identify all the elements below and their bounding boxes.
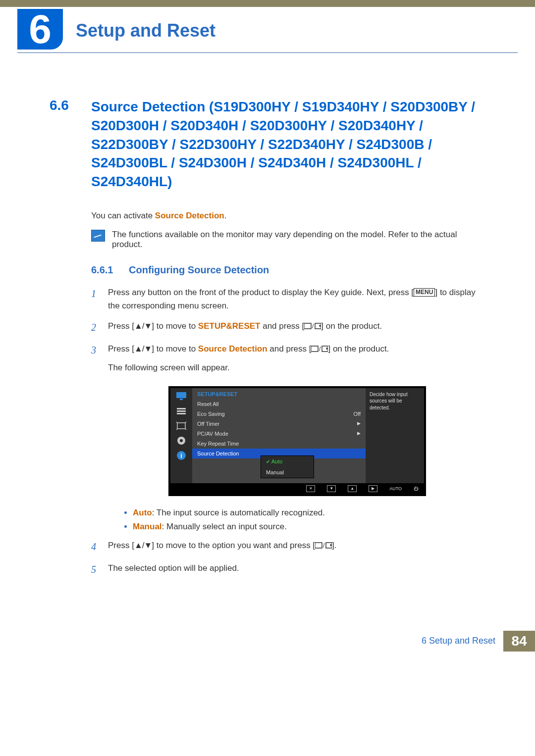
intro-suffix: .	[224, 211, 227, 220]
step-4: 4 Press [▲/▼] to move to the option you …	[91, 539, 485, 554]
text-frag: Press any button on the front of the pro…	[108, 288, 414, 297]
osd-row-label: PC/AV Mode	[197, 431, 228, 437]
note-row: The functions available on the monitor m…	[91, 230, 485, 250]
source-enter-key-icon: /	[315, 541, 332, 550]
bullet-text: : The input source is automatically reco…	[152, 508, 325, 517]
svg-text:i: i	[180, 452, 182, 459]
osd-main-panel: SETUP&RESET Reset All Eco SavingOff Off …	[192, 388, 366, 483]
osd-sidebar: i	[170, 388, 192, 483]
step-5: 5 The selected option will be applied.	[91, 561, 485, 577]
up-down-key-icon: ▲/▼	[134, 321, 152, 331]
osd-popup: Auto Manual	[261, 455, 314, 478]
page: 6 Setup and Reset 6.6 Source Detection (…	[0, 7, 535, 652]
svg-rect-16	[315, 543, 322, 548]
footer-page-number: 84	[503, 631, 535, 652]
svg-rect-3	[311, 346, 318, 352]
up-down-key-icon: ▲/▼	[134, 541, 152, 550]
bullet-text: : Manually select an input source.	[162, 522, 287, 531]
osd-row-value: ▶	[357, 421, 361, 427]
step-number: 5	[91, 561, 100, 577]
footer-chapter-label: 6 Setup and Reset	[422, 631, 503, 652]
step-number: 4	[91, 539, 100, 554]
chapter-title: Setup and Reset	[76, 20, 215, 41]
step-number: 1	[91, 286, 100, 312]
svg-text:/: /	[312, 323, 314, 330]
step-text: Press [▲/▼] to move to SETUP&RESET and p…	[108, 319, 382, 335]
osd-row-label: Key Repeat Time	[197, 441, 239, 447]
osd-power-icon: ⏻	[414, 486, 418, 491]
source-enter-key-icon: /	[311, 344, 328, 353]
osd-row: Reset All	[192, 399, 366, 409]
step-number: 3	[91, 342, 100, 374]
sliders-icon	[175, 406, 187, 416]
subsection-number: 6.6.1	[91, 264, 120, 276]
text-frag: Press [	[108, 344, 134, 353]
bullet-term: Manual	[133, 522, 162, 531]
osd-row-label: Off Timer	[197, 421, 219, 427]
page-footer: 6 Setup and Reset 84	[422, 631, 535, 652]
note-text: The functions available on the monitor m…	[112, 230, 485, 250]
bullet-term: Auto	[133, 508, 152, 517]
menu-key-icon: MENU	[414, 288, 435, 297]
svg-rect-6	[176, 392, 186, 398]
svg-point-13	[180, 439, 183, 442]
section-heading: 6.6 Source Detection (S19D300HY / S19D34…	[50, 98, 485, 191]
gear-icon	[175, 436, 187, 446]
step-1: 1 Press any button on the front of the p…	[91, 286, 485, 312]
text-frag: and press [	[268, 344, 312, 353]
svg-rect-11	[177, 423, 185, 429]
step-2: 2 Press [▲/▼] to move to SETUP&RESET and…	[91, 319, 485, 335]
osd-down-icon: ▼	[327, 485, 336, 492]
osd-info-panel: Decide how input sources will be detecte…	[366, 388, 424, 483]
section-title: Source Detection (S19D300HY / S19D340HY …	[91, 98, 485, 191]
text-frag: Press [	[108, 321, 134, 331]
osd-row-label: Reset All	[197, 401, 218, 407]
svg-rect-7	[180, 399, 183, 400]
osd-row-label: Eco Saving	[197, 411, 225, 417]
svg-rect-10	[177, 413, 186, 414]
step-text: The selected option will be applied.	[108, 561, 239, 577]
osd-row: Eco SavingOff	[192, 409, 366, 419]
step-number: 2	[91, 319, 100, 335]
note-icon	[91, 230, 105, 242]
subsection-heading: 6.6.1 Configuring Source Detection	[91, 264, 485, 276]
resize-icon	[175, 421, 187, 431]
text-frag: ].	[332, 541, 336, 550]
osd-row: PC/AV Mode▶	[192, 429, 366, 439]
svg-rect-0	[304, 323, 311, 329]
osd-row: Key Repeat Time	[192, 439, 366, 449]
osd-close-icon: ✕	[306, 485, 315, 492]
info-icon: i	[175, 451, 187, 460]
bullet-manual: Manual: Manually select an input source.	[133, 522, 485, 532]
osd-bottom-bar: ✕ ▼ ▲ ▶ AUTO ⏻	[170, 483, 424, 494]
intro-term: Source Detection	[155, 211, 224, 220]
svg-text:/: /	[323, 542, 325, 549]
osd-frame: i SETUP&RESET Reset All Eco SavingOff Of…	[168, 386, 426, 496]
osd-row-value: Off	[354, 411, 361, 417]
top-accent-bar	[0, 0, 535, 7]
setup-reset-term: SETUP&RESET	[198, 321, 261, 331]
text-frag: ] to move to	[152, 321, 198, 331]
intro-prefix: You can activate	[91, 211, 155, 220]
step-text: Press [▲/▼] to move to the option you wa…	[108, 539, 337, 554]
bullet-auto: Auto: The input source is automatically …	[133, 508, 485, 518]
intro-line: You can activate Source Detection.	[91, 211, 485, 221]
osd-row-value: ▶	[357, 431, 361, 437]
page-body: 6.6 Source Detection (S19D300HY / S19D34…	[0, 63, 535, 577]
osd-popup-manual: Manual	[261, 467, 314, 478]
section-number: 6.6	[50, 98, 79, 191]
up-down-key-icon: ▲/▼	[134, 344, 152, 353]
osd-up-icon: ▲	[348, 485, 357, 492]
step-text: Press [▲/▼] to move to Source Detection …	[108, 342, 389, 374]
svg-rect-9	[177, 410, 186, 412]
osd-auto-label: AUTO	[389, 486, 402, 491]
osd-popup-auto: Auto	[261, 456, 314, 467]
osd-row-label: Source Detection	[197, 451, 239, 456]
text-frag: ] on the product.	[328, 344, 389, 353]
source-enter-key-icon: /	[304, 321, 321, 331]
monitor-icon	[175, 391, 187, 401]
step-text: Press any button on the front of the pro…	[108, 286, 485, 312]
chapter-number-badge: 6	[17, 9, 63, 50]
step-3-followup: The following screen will appear.	[108, 361, 389, 374]
text-frag: ] to move to the option you want and pre…	[152, 541, 315, 550]
